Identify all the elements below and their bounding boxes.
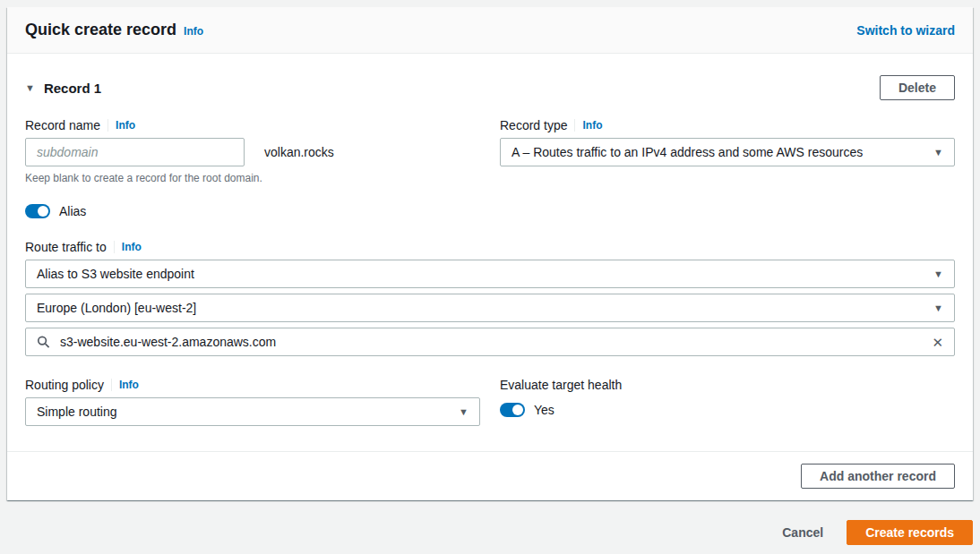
domain-suffix: volkan.rocks: [264, 145, 334, 159]
endpoint-search-input[interactable]: [26, 328, 954, 355]
search-icon: [37, 336, 50, 349]
name-type-row: Record name Info volkan.rocks Keep blank…: [25, 118, 955, 184]
record-type-selected-value: A – Routes traffic to an IPv4 address an…: [511, 145, 863, 159]
record-title: Record 1: [44, 81, 101, 96]
routing-policy-selected-value: Simple routing: [37, 405, 117, 419]
record-name-helper-text: Keep blank to create a record for the ro…: [25, 172, 480, 184]
routing-policy-select[interactable]: Simple routing ▼: [25, 397, 480, 426]
page-footer: Cancel Create records: [0, 500, 980, 545]
expand-caret-icon: ▼: [25, 83, 35, 93]
card-body: ▼ Record 1 Delete Record name Info volka…: [7, 54, 973, 451]
record-name-info-link[interactable]: Info: [116, 119, 135, 132]
record-name-label: Record name: [25, 118, 100, 132]
evaluate-target-health-group: Evaluate target health Yes: [500, 378, 955, 426]
switch-to-wizard-link[interactable]: Switch to wizard: [856, 23, 955, 38]
route-traffic-group: Route traffic to Info Alias to S3 websit…: [25, 240, 955, 356]
record-type-select[interactable]: A – Routes traffic to an IPv4 address an…: [500, 138, 955, 166]
record-type-group: Record type Info A – Routes traffic to a…: [500, 118, 955, 184]
record-type-info-link[interactable]: Info: [582, 119, 602, 132]
record-name-input-row: volkan.rocks: [25, 138, 480, 166]
record-header: ▼ Record 1 Delete: [25, 75, 955, 100]
routing-policy-group: Routing policy Info Simple routing ▼: [25, 378, 480, 426]
title-wrap: Quick create record Info: [25, 21, 203, 39]
card-header: Quick create record Info Switch to wizar…: [7, 7, 973, 54]
region-selected-value: Europe (London) [eu-west-2]: [37, 301, 196, 315]
region-select[interactable]: Europe (London) [eu-west-2] ▼: [25, 294, 955, 322]
clear-icon[interactable]: ✕: [932, 336, 943, 349]
cancel-button[interactable]: Cancel: [782, 525, 823, 540]
evaluate-target-health-toggle-row: Yes: [500, 403, 955, 417]
record-expander[interactable]: ▼ Record 1: [25, 81, 101, 96]
page-title: Quick create record: [25, 21, 176, 39]
alias-toggle-row: Alias: [25, 204, 955, 218]
toggle-knob: [512, 405, 523, 415]
create-records-button[interactable]: Create records: [847, 520, 973, 545]
record-type-label-row: Record type Info: [500, 118, 955, 132]
add-another-record-button[interactable]: Add another record: [801, 464, 955, 489]
header-info-link[interactable]: Info: [184, 25, 203, 38]
record-name-group: Record name Info volkan.rocks Keep blank…: [25, 118, 480, 184]
endpoint-search-box: ✕: [25, 328, 955, 356]
alias-toggle-label: Alias: [59, 204, 86, 218]
evaluate-target-health-toggle[interactable]: [500, 403, 525, 417]
evaluate-target-health-label: Evaluate target health: [500, 378, 622, 392]
record-name-input[interactable]: [25, 138, 245, 166]
route-traffic-info-link[interactable]: Info: [122, 241, 142, 253]
routing-policy-info-link[interactable]: Info: [119, 379, 139, 391]
quick-create-record-card: Quick create record Info Switch to wizar…: [7, 7, 973, 500]
alias-toggle[interactable]: [25, 204, 50, 218]
label-divider: [574, 119, 575, 132]
card-footer: Add another record: [7, 451, 973, 500]
endpoint-type-selected-value: Alias to S3 website endpoint: [37, 267, 194, 281]
label-divider: [107, 119, 108, 132]
routing-health-row: Routing policy Info Simple routing ▼ Eva…: [25, 378, 955, 426]
route-traffic-label: Route traffic to: [25, 240, 107, 254]
delete-button[interactable]: Delete: [880, 75, 955, 100]
dropdown-caret-icon: ▼: [933, 303, 943, 313]
dropdown-caret-icon: ▼: [933, 148, 943, 158]
evaluate-target-health-toggle-label: Yes: [534, 403, 554, 417]
endpoint-type-select[interactable]: Alias to S3 website endpoint ▼: [25, 260, 955, 288]
record-name-label-row: Record name Info: [25, 118, 480, 132]
dropdown-caret-icon: ▼: [933, 269, 943, 279]
dropdown-caret-icon: ▼: [459, 407, 469, 417]
record-type-label: Record type: [500, 118, 567, 132]
toggle-knob: [38, 206, 48, 217]
evaluate-target-health-label-row: Evaluate target health: [500, 378, 955, 392]
route-traffic-label-row: Route traffic to Info: [25, 240, 955, 254]
label-divider: [111, 379, 112, 391]
label-divider: [114, 241, 115, 253]
routing-policy-label-row: Routing policy Info: [25, 378, 480, 392]
routing-policy-label: Routing policy: [25, 378, 104, 392]
